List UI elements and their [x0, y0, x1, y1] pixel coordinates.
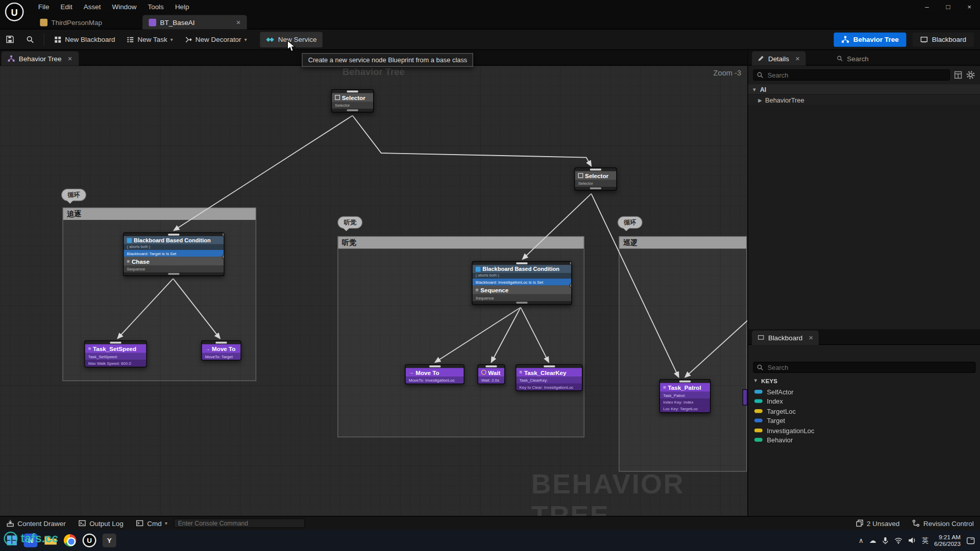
- menu-edit[interactable]: Edit: [55, 1, 78, 12]
- input-pin[interactable]: [406, 365, 464, 368]
- key-type-pill: [754, 390, 763, 393]
- decorator-icon: [476, 266, 481, 271]
- input-pin[interactable]: [202, 341, 241, 344]
- save-button[interactable]: [0, 31, 20, 47]
- tab-behavior-tree-graph[interactable]: Behavior Tree ×: [1, 51, 78, 65]
- tab-search[interactable]: Search: [830, 51, 874, 65]
- ime-indicator[interactable]: 英: [922, 536, 928, 545]
- tab-label: ThirdPersonMap: [51, 18, 102, 26]
- blackboard-key-index[interactable]: Index: [748, 396, 980, 406]
- tab-bt-baseai[interactable]: BT_BaseAI ×: [142, 15, 247, 29]
- blackboard-key-target[interactable]: Target: [748, 416, 980, 425]
- blackboard-search[interactable]: [753, 362, 976, 373]
- bt-node-selector-2[interactable]: Selector Selector: [574, 167, 617, 190]
- tab-thirdpersonmap[interactable]: ThirdPersonMap: [34, 15, 108, 29]
- chrome-icon[interactable]: [64, 534, 76, 546]
- output-pin[interactable]: [124, 272, 224, 276]
- input-pin[interactable]: [473, 262, 571, 265]
- details-search-input[interactable]: [753, 69, 950, 81]
- clock[interactable]: 9:21 AM 6/26/2023: [934, 534, 961, 547]
- input-pin[interactable]: [516, 365, 582, 368]
- y-app-icon[interactable]: Y: [103, 534, 116, 547]
- close-icon[interactable]: ×: [68, 54, 72, 63]
- new-task-button[interactable]: New Task ▾: [120, 32, 178, 47]
- search-icon: [836, 55, 843, 62]
- menu-asset[interactable]: Asset: [78, 1, 107, 12]
- blackboard-search-row: [748, 360, 980, 374]
- blackboard-keys-list: SelfActorIndexTargetLocTargetInvestigati…: [748, 387, 980, 445]
- key-type-pill: [754, 399, 763, 403]
- output-pin[interactable]: [473, 301, 571, 304]
- blackboard-key-investigationloc[interactable]: InvestigationLoc: [748, 425, 980, 435]
- close-icon[interactable]: ×: [795, 54, 800, 63]
- new-decorator-button[interactable]: New Decorator ▾: [179, 32, 253, 47]
- clock-icon: [481, 370, 486, 375]
- display-options-icon[interactable]: [954, 70, 963, 79]
- output-pin[interactable]: [332, 109, 373, 112]
- output-log-button[interactable]: Output Log: [72, 516, 130, 530]
- details-search[interactable]: [753, 69, 950, 81]
- close-icon[interactable]: ×: [959, 0, 980, 14]
- bt-node-task-clearkey[interactable]: ≡Task_ClearKey Task_ClearKey: Key to Cle…: [516, 364, 582, 391]
- menu-tools[interactable]: Tools: [142, 1, 169, 12]
- tab-details[interactable]: Details ×: [752, 51, 805, 65]
- browse-to-asset-button[interactable]: [20, 31, 40, 47]
- behavior-tree-graph-canvas[interactable]: Behavior Tree Zoom -3 BEHAVIOR TREE 追逐 听…: [0, 66, 747, 516]
- console-command-input[interactable]: [174, 518, 305, 528]
- input-pin[interactable]: [85, 341, 146, 344]
- microphone-icon[interactable]: [881, 536, 888, 544]
- input-pin[interactable]: [478, 365, 504, 368]
- time-label: 9:21 AM: [934, 534, 961, 540]
- bt-node-task-patrol[interactable]: ≡Task_Patrol Task_Patrol: Index Key: Ind…: [659, 379, 710, 413]
- input-pin[interactable]: [660, 380, 710, 383]
- input-pin[interactable]: [575, 168, 617, 171]
- bt-node-investigate-branch[interactable]: Blackboard Based Condition ( aborts both…: [472, 261, 572, 305]
- unsaved-assets-button[interactable]: 2 Unsaved: [849, 516, 906, 530]
- input-pin[interactable]: [124, 233, 224, 236]
- unreal-engine-icon[interactable]: U: [83, 534, 96, 547]
- node-subtitle: MoveTo: InvestigationLoc: [406, 377, 464, 383]
- onedrive-cloud-icon[interactable]: ☁: [869, 536, 876, 544]
- close-icon[interactable]: ×: [809, 333, 814, 342]
- menu-help[interactable]: Help: [169, 1, 195, 12]
- wifi-icon[interactable]: [894, 537, 902, 543]
- blackboard-search-input[interactable]: [753, 362, 976, 373]
- content-drawer-button[interactable]: Content Drawer: [0, 516, 72, 530]
- details-row-behaviortree[interactable]: ▶ BehaviorTree: [748, 95, 980, 105]
- menu-file[interactable]: File: [33, 1, 55, 12]
- node-subtitle: Selector: [332, 102, 373, 109]
- revision-control-button[interactable]: Revision Control: [906, 516, 980, 530]
- volume-icon[interactable]: [908, 537, 916, 544]
- blackboard-key-selfactor[interactable]: SelfActor: [748, 387, 980, 396]
- cmd-dropdown[interactable]: Cmd ▾: [130, 516, 174, 530]
- keys-section-header[interactable]: ▼ KEYS: [748, 375, 980, 387]
- close-icon[interactable]: ×: [236, 18, 241, 27]
- maximize-icon[interactable]: □: [938, 0, 959, 14]
- tooltip-text: Create a new service node Blueprint from…: [308, 56, 468, 64]
- input-pin[interactable]: [332, 90, 373, 93]
- bt-node-chase-branch[interactable]: Blackboard Based Condition ( aborts both…: [123, 233, 224, 277]
- notification-icon[interactable]: [966, 536, 975, 544]
- bt-node-task-setspeed[interactable]: ≡Task_SetSpeed Task_SetSpeed: Max Walk S…: [84, 340, 146, 367]
- details-section-ai[interactable]: ▼ AI: [748, 84, 980, 95]
- minimize-icon[interactable]: –: [916, 0, 938, 14]
- gear-icon[interactable]: [966, 70, 975, 79]
- blackboard-key-targetloc[interactable]: TargetLoc: [748, 406, 980, 416]
- new-blackboard-button[interactable]: New Blackboard: [48, 32, 120, 47]
- blackboard-mode-button[interactable]: Blackboard: [913, 32, 974, 46]
- bt-node-root-selector[interactable]: Selector Selector: [331, 89, 374, 112]
- hidden-icons-chevron-icon[interactable]: ∧: [859, 536, 864, 544]
- bt-node-moveto-investigation[interactable]: →Move To MoveTo: InvestigationLoc: [405, 364, 464, 384]
- blackboard-key-behavior[interactable]: Behavior: [748, 435, 980, 445]
- output-pin[interactable]: [575, 187, 617, 190]
- mouse-cursor: [287, 40, 296, 52]
- bt-node-wait[interactable]: Wait Wait: 2.0s: [478, 364, 505, 384]
- decorator-condition: Blackboard: Target is Is Set: [124, 250, 224, 257]
- task-icon: ≡: [520, 369, 523, 375]
- tab-blackboard[interactable]: Blackboard ×: [752, 331, 819, 345]
- bt-node-moveto-target[interactable]: →Move To MoveTo: Target: [201, 340, 241, 360]
- content-drawer-label: Content Drawer: [17, 519, 65, 527]
- menu-window[interactable]: Window: [106, 1, 142, 12]
- behavior-tree-mode-button[interactable]: Behavior Tree: [834, 32, 906, 46]
- chevron-down-icon: ▼: [752, 87, 757, 92]
